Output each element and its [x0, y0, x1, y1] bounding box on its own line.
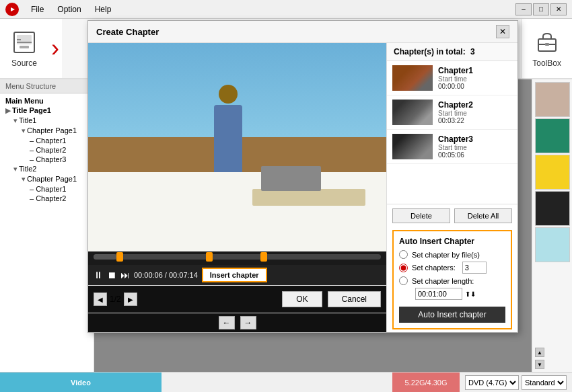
- auto-insert-section: Auto Insert Chapter Set chapter by file(…: [392, 230, 512, 329]
- app-logo: [5, 3, 19, 16]
- page-nav: ◀ 1/2 ▶: [94, 292, 137, 306]
- auto-insert-button[interactable]: Auto Insert chapter: [399, 307, 505, 323]
- video-player[interactable]: [88, 43, 386, 251]
- chapter-thumb-2: [392, 100, 433, 125]
- progress-area: [88, 251, 386, 265]
- tree-chapter1-t1[interactable]: – Chapter1: [0, 136, 94, 145]
- window-controls: – □ ✕: [515, 3, 567, 15]
- dialog-footer: ◀ 1/2 ▶ OK Cancel: [88, 285, 386, 313]
- prev-page-button[interactable]: ◀: [94, 292, 107, 306]
- arrow-left-button[interactable]: ←: [219, 316, 235, 329]
- insert-chapter-button[interactable]: Insert chapter: [202, 268, 267, 282]
- tree-title-page1[interactable]: ▶Title Page1: [0, 106, 94, 116]
- tree-title1[interactable]: ▾Title1: [0, 116, 94, 126]
- chapters-count-input[interactable]: [462, 262, 487, 274]
- bottom-bar: Video 5.22G/4.30G DVD (4.7G) Standard: [0, 372, 572, 392]
- chapter-name-3: Chapter3: [438, 134, 512, 144]
- page-info: 1/2: [110, 295, 121, 304]
- tree-chapter1-t2[interactable]: – Chapter1: [0, 184, 94, 194]
- sidebar: Menu Structure Main Menu ▶Title Page1 ▾T…: [0, 79, 94, 372]
- chapter-item-2[interactable]: Chapter2 Start time 00:03:22: [387, 95, 517, 130]
- source-icon: [11, 29, 38, 56]
- maximize-button[interactable]: □: [533, 3, 549, 15]
- chapter-length-input[interactable]: [415, 288, 462, 300]
- svg-rect-9: [545, 43, 549, 46]
- standard-select[interactable]: Standard: [522, 375, 567, 390]
- right-panel-item-3[interactable]: [535, 155, 570, 190]
- dvd-select[interactable]: DVD (4.7G): [465, 375, 519, 390]
- next-button[interactable]: ⏭: [120, 270, 130, 280]
- toolbox-label: ToolBox: [532, 58, 561, 68]
- minimize-button[interactable]: –: [515, 3, 532, 15]
- size-label: 5.22G/4.30G: [392, 373, 460, 392]
- chapter-time-label-3: Start time: [438, 144, 512, 151]
- svg-rect-5: [17, 39, 21, 40]
- arrow-right-button[interactable]: →: [240, 316, 256, 329]
- menu-option[interactable]: Option: [50, 3, 87, 15]
- svg-rect-6: [17, 42, 32, 43]
- toolbox-button[interactable]: ToolBox: [521, 19, 572, 78]
- chapter-item-1[interactable]: Chapter1 Start time 00:00:00: [387, 61, 517, 95]
- create-chapter-dialog: Create Chapter ✕: [87, 20, 518, 333]
- sidebar-header: Menu Structure: [0, 79, 94, 93]
- tree-main-menu[interactable]: Main Menu: [0, 96, 94, 106]
- chapter-info-2: Chapter2 Start time 00:03:22: [438, 100, 512, 124]
- pause-button[interactable]: ⏸: [94, 270, 103, 280]
- ok-button[interactable]: OK: [282, 291, 322, 307]
- dialog-titlebar: Create Chapter ✕: [88, 21, 517, 43]
- toolbox-icon: [534, 29, 561, 56]
- tree-chapter2-t2[interactable]: – Chapter2: [0, 194, 94, 203]
- menu-help[interactable]: Help: [88, 3, 118, 15]
- right-panel-item-2[interactable]: [535, 118, 570, 153]
- radio-set-chapters-label: Set chapters:: [412, 264, 456, 272]
- close-button[interactable]: ✕: [550, 3, 567, 15]
- radio-by-files-label: Set chapter by file(s): [412, 251, 480, 259]
- chapter-panel-header: Chapter(s) in total: 3: [387, 43, 517, 61]
- dialog-arrows: ← →: [88, 313, 386, 332]
- chapter-time-val-1: 00:00:00: [438, 83, 512, 90]
- chapter-time-val-2: 00:03:22: [438, 117, 512, 124]
- chapter-actions: Delete Delete All: [387, 204, 517, 227]
- progress-bar[interactable]: [94, 254, 381, 260]
- chapter-panel: Chapter(s) in total: 3 Chapter1 Start ti…: [386, 43, 517, 332]
- radio-by-files-input[interactable]: [399, 250, 408, 259]
- delete-all-button[interactable]: Delete All: [454, 208, 512, 223]
- length-spinner[interactable]: ⬆⬇: [465, 290, 476, 298]
- right-panel-item-5[interactable]: [535, 227, 570, 262]
- chapter-info-3: Chapter3 Start time 00:05:06: [438, 134, 512, 159]
- chapter-time-val-3: 00:05:06: [438, 151, 512, 159]
- menu-file[interactable]: File: [24, 3, 50, 15]
- chapter-info-1: Chapter1 Start time 00:00:00: [438, 66, 512, 90]
- radio-set-chapters-input[interactable]: [399, 264, 408, 272]
- tree-chapter-page1-t2[interactable]: ▾Chapter Page1: [0, 174, 94, 184]
- tree-chapter3-t1[interactable]: – Chapter3: [0, 155, 94, 164]
- next-page-button[interactable]: ▶: [124, 292, 137, 306]
- tree-chapter2-t1[interactable]: – Chapter2: [0, 145, 94, 155]
- delete-button[interactable]: Delete: [392, 208, 450, 223]
- video-label: Video: [0, 373, 162, 392]
- length-row: ⬆⬇: [399, 288, 505, 300]
- radio-chapter-length: Set chapter length:: [399, 276, 505, 285]
- chapters-total-value: 3: [470, 47, 475, 56]
- radio-chapter-length-input[interactable]: [399, 276, 408, 285]
- cancel-button[interactable]: Cancel: [328, 291, 381, 307]
- chapter-marker-1: [116, 252, 123, 262]
- stop-button[interactable]: ⏹: [107, 270, 116, 280]
- chevron-right-icon: ›: [48, 19, 62, 78]
- chapter-marker-2: [206, 252, 213, 262]
- dialog-close-button[interactable]: ✕: [496, 25, 509, 38]
- tree-chapter-page1-t1[interactable]: ▾Chapter Page1: [0, 126, 94, 136]
- tree-title2[interactable]: ▾Title2: [0, 164, 94, 174]
- scroll-down-icon[interactable]: ▼: [535, 360, 544, 369]
- source-button[interactable]: Source: [0, 19, 48, 78]
- right-panel: ▲ ▼: [532, 79, 572, 372]
- chapter-thumb-3: [392, 134, 433, 159]
- auto-insert-title: Auto Insert Chapter: [399, 237, 505, 246]
- right-panel-item-4[interactable]: [535, 191, 570, 226]
- tree: Main Menu ▶Title Page1 ▾Title1 ▾Chapter …: [0, 93, 94, 206]
- right-panel-item-1[interactable]: [535, 82, 570, 117]
- scroll-up-icon[interactable]: ▲: [535, 348, 544, 357]
- chapter-item-3[interactable]: Chapter3 Start time 00:05:06: [387, 130, 517, 164]
- radio-set-chapters: Set chapters:: [399, 262, 505, 274]
- chapter-name-1: Chapter1: [438, 66, 512, 75]
